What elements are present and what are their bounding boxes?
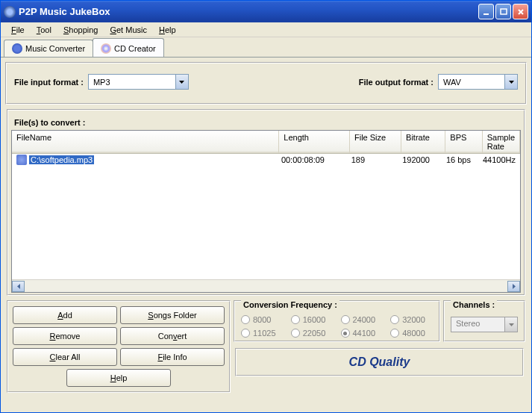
tabbar: Music Converter CD Creator: [1, 37, 531, 57]
svg-rect-0: [484, 13, 489, 15]
window-title: P2P Music JukeBox: [19, 6, 477, 17]
tab-label: CD Creator: [114, 44, 156, 53]
main-panel: File input format : MP3 File output form…: [1, 57, 531, 399]
frequency-label: 32000: [402, 315, 425, 324]
table-row[interactable]: C:\softpedia.mp3 00:00:08:09 189 192000 …: [12, 154, 520, 166]
cell-filename: C:\softpedia.mp3: [29, 155, 94, 164]
channels-title: Channels :: [451, 300, 497, 309]
quality-text: CD Quality: [349, 355, 410, 369]
col-filesize[interactable]: File Size: [350, 131, 401, 153]
input-format-label: File input format :: [14, 78, 84, 87]
menu-get-music[interactable]: Get Music: [104, 24, 153, 36]
music-converter-icon: [12, 43, 22, 54]
songs-folder-button[interactable]: Songs Folder: [120, 306, 225, 324]
bottom-controls: Add Songs Folder Remove Convert Clear Al…: [7, 300, 525, 393]
menubar: File Tool Shopping Get Music Help: [1, 22, 531, 37]
clear-all-button[interactable]: Clear All: [13, 348, 117, 366]
menu-tool[interactable]: Tool: [31, 24, 57, 36]
maximize-button[interactable]: [495, 4, 511, 19]
radio-icon: [241, 315, 250, 324]
minimize-button[interactable]: [478, 4, 494, 19]
frequency-option-48000: 48000: [390, 329, 433, 338]
input-format-dropdown[interactable]: MP3: [88, 74, 189, 90]
output-format-value: WAV: [439, 78, 504, 87]
input-format-value: MP3: [89, 78, 175, 87]
radio-icon: [390, 315, 399, 324]
chevron-down-icon: [175, 75, 188, 89]
frequency-label: 44100: [353, 329, 376, 338]
cell-samplerate: 44100Hz: [478, 155, 520, 165]
scroll-left-icon[interactable]: [12, 281, 25, 292]
remove-button[interactable]: Remove: [13, 327, 117, 345]
output-format-label: File output format :: [359, 78, 434, 87]
help-button[interactable]: Help: [66, 369, 171, 387]
radio-icon: [390, 329, 399, 338]
cell-bps: 16 bps: [442, 155, 478, 165]
tab-cd-creator[interactable]: CD Creator: [93, 38, 164, 57]
table-body: C:\softpedia.mp3 00:00:08:09 189 192000 …: [12, 154, 520, 279]
menu-shopping[interactable]: Shopping: [57, 24, 104, 36]
frequency-label: 24000: [353, 315, 376, 324]
frequency-label: 11025: [253, 329, 276, 338]
channels-group: Channels : Stereo: [443, 300, 525, 342]
add-button[interactable]: Add: [13, 306, 117, 324]
frequency-label: 48000: [402, 329, 425, 338]
cell-bitrate: 192000: [398, 155, 442, 165]
frequency-option-11025: 11025: [241, 329, 284, 338]
files-table-title: File(s) to convert :: [14, 118, 521, 127]
audio-file-icon: [16, 155, 27, 165]
tab-label: Music Converter: [25, 44, 85, 53]
radio-icon: [291, 329, 300, 338]
format-row: File input format : MP3 File output form…: [7, 63, 525, 103]
cell-length: 00:00:08:09: [277, 155, 347, 165]
table-header: FileName Length File Size Bitrate BPS Sa…: [12, 131, 520, 154]
frequency-option-32000: 32000: [390, 315, 433, 324]
convert-button[interactable]: Convert: [120, 327, 225, 345]
frequency-option-24000: 24000: [341, 315, 384, 324]
radio-icon: [341, 329, 350, 338]
radio-icon: [241, 329, 250, 338]
quality-indicator: CD Quality: [235, 348, 524, 376]
files-table: FileName Length File Size Bitrate BPS Sa…: [11, 130, 521, 293]
frequency-option-44100: 44100: [341, 329, 384, 338]
col-samplerate[interactable]: Sample Rate: [483, 131, 520, 153]
frequency-title: Conversion Frequency :: [241, 300, 339, 309]
tab-music-converter[interactable]: Music Converter: [4, 40, 93, 57]
channels-value: Stereo: [451, 317, 504, 332]
titlebar: P2P Music JukeBox: [1, 1, 531, 22]
horizontal-scrollbar[interactable]: [12, 279, 520, 292]
radio-icon: [341, 315, 350, 324]
frequency-option-16000: 16000: [291, 315, 334, 324]
button-panel: Add Songs Folder Remove Convert Clear Al…: [7, 300, 231, 393]
svg-rect-1: [501, 9, 507, 14]
col-length[interactable]: Length: [279, 131, 350, 153]
menu-file[interactable]: File: [5, 24, 31, 36]
col-bitrate[interactable]: Bitrate: [401, 131, 445, 153]
chevron-down-icon: [504, 75, 517, 89]
file-info-button[interactable]: File Info: [120, 348, 225, 366]
frequency-option-8000: 8000: [241, 315, 284, 324]
menu-help[interactable]: Help: [153, 24, 182, 36]
radio-icon: [291, 315, 300, 324]
scroll-right-icon[interactable]: [507, 281, 520, 292]
chevron-down-icon: [504, 317, 517, 332]
output-format-dropdown[interactable]: WAV: [438, 74, 518, 90]
channels-dropdown: Stereo: [451, 317, 518, 332]
frequency-label: 16000: [303, 315, 326, 324]
frequency-option-22050: 22050: [291, 329, 334, 338]
frequency-label: 8000: [253, 315, 271, 324]
files-table-section: File(s) to convert : FileName Length Fil…: [7, 109, 525, 296]
cell-filesize: 189: [347, 155, 398, 165]
frequency-label: 22050: [303, 329, 326, 338]
scroll-track[interactable]: [25, 281, 507, 292]
frequency-group: Conversion Frequency : 80001600024000320…: [234, 300, 440, 342]
cd-creator-icon: [101, 43, 111, 54]
col-bps[interactable]: BPS: [445, 131, 482, 153]
close-button[interactable]: [513, 4, 528, 19]
col-filename[interactable]: FileName: [12, 131, 279, 153]
app-icon: [4, 6, 16, 18]
